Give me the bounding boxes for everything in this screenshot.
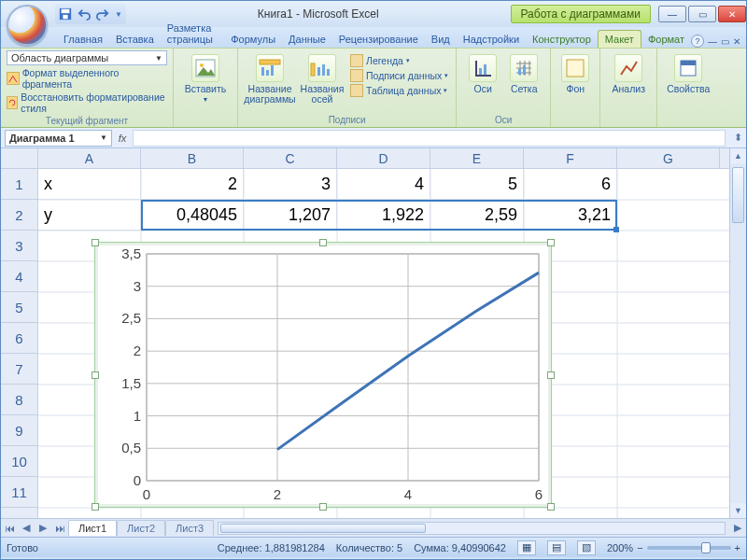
tab-format[interactable]: Формат xyxy=(641,31,691,48)
cell-B1[interactable]: 2 xyxy=(141,169,244,200)
tab-home[interactable]: Главная xyxy=(57,31,109,48)
chart-handle[interactable] xyxy=(547,239,555,246)
chart-handle[interactable] xyxy=(547,371,555,379)
chart-title-button[interactable]: Название диаграммы xyxy=(244,50,296,108)
maximize-button[interactable]: ▭ xyxy=(688,6,716,22)
cell-B2[interactable]: 0,48045 xyxy=(141,200,244,231)
scroll-down-icon[interactable]: ▼ xyxy=(730,503,746,518)
data-labels-button[interactable]: Подписи данных ▾ xyxy=(350,69,448,82)
cell-A1[interactable]: x xyxy=(38,169,141,200)
embedded-chart[interactable]: 00,511,522,533,50246 xyxy=(94,242,552,508)
scroll-right-icon[interactable]: ▶ xyxy=(729,522,746,534)
row-header-3[interactable]: 3 xyxy=(1,231,37,261)
reset-style-button[interactable]: Восстановить форматирование стиля xyxy=(7,91,167,114)
row-header-5[interactable]: 5 xyxy=(1,292,37,323)
formula-input[interactable] xyxy=(133,130,726,147)
col-header-F[interactable]: F xyxy=(524,148,617,168)
scrollbar-thumb[interactable] xyxy=(220,524,426,533)
background-button[interactable]: Фон xyxy=(557,50,594,98)
save-icon[interactable] xyxy=(59,7,72,21)
legend-button[interactable]: Легенда ▾ xyxy=(350,54,448,67)
mdi-close-button[interactable]: ✕ xyxy=(733,36,740,47)
chart-handle[interactable] xyxy=(92,239,99,246)
tab-view[interactable]: Вид xyxy=(425,31,457,48)
scroll-up-icon[interactable]: ▲ xyxy=(730,148,746,163)
cell-F1[interactable]: 6 xyxy=(524,169,617,200)
mdi-minimize-button[interactable]: — xyxy=(708,36,717,47)
chart-handle[interactable] xyxy=(319,239,327,246)
help-icon[interactable]: ? xyxy=(691,35,704,48)
vertical-scrollbar[interactable]: ▲ ▼ xyxy=(729,148,746,518)
office-button[interactable] xyxy=(7,5,48,46)
zoom-slider[interactable] xyxy=(647,546,731,550)
format-selection-button[interactable]: Формат выделенного фрагмента xyxy=(7,67,167,90)
select-all-corner[interactable] xyxy=(1,148,38,169)
view-page-break-icon[interactable]: ▧ xyxy=(577,540,596,555)
row-header-11[interactable]: 11 xyxy=(1,477,37,508)
undo-icon[interactable] xyxy=(78,7,91,21)
tab-formulas[interactable]: Формулы xyxy=(224,31,282,48)
sheet-tab-1[interactable]: Лист1 xyxy=(68,520,117,536)
tab-review[interactable]: Рецензирование xyxy=(332,31,425,48)
chart-handle[interactable] xyxy=(92,503,99,511)
tab-design[interactable]: Конструктор xyxy=(526,31,598,48)
sheet-tab-3[interactable]: Лист3 xyxy=(165,520,214,536)
sheet-nav-next-icon[interactable]: ▶ xyxy=(35,522,51,534)
gridlines-button[interactable]: Сетка xyxy=(503,50,544,98)
close-button[interactable]: ✕ xyxy=(718,6,746,22)
chart-handle[interactable] xyxy=(92,371,99,379)
view-page-layout-icon[interactable]: ▤ xyxy=(547,540,566,555)
row-header-2[interactable]: 2 xyxy=(1,200,37,231)
cell-D2[interactable]: 1,922 xyxy=(337,200,430,231)
row-header-7[interactable]: 7 xyxy=(1,354,37,385)
name-box[interactable]: Диаграмма 1 ▼ xyxy=(5,130,112,147)
cell-C2[interactable]: 1,207 xyxy=(244,200,337,231)
row-header-6[interactable]: 6 xyxy=(1,323,37,354)
fx-button[interactable]: fx xyxy=(112,133,133,144)
formula-expand-button[interactable]: ⬍ xyxy=(729,132,746,144)
tab-data[interactable]: Данные xyxy=(282,31,332,48)
row-header-4[interactable]: 4 xyxy=(1,261,37,292)
tab-page-layout[interactable]: Разметка страницы xyxy=(161,20,224,48)
row-header-8[interactable]: 8 xyxy=(1,385,37,415)
zoom-level[interactable]: 200% xyxy=(607,542,633,553)
tab-addins[interactable]: Надстройки xyxy=(457,31,526,48)
sheet-nav-prev-icon[interactable]: ◀ xyxy=(18,522,35,534)
zoom-out-button[interactable]: − xyxy=(637,542,642,553)
col-header-D[interactable]: D xyxy=(337,148,430,168)
col-header-B[interactable]: B xyxy=(141,148,244,168)
tab-insert[interactable]: Вставка xyxy=(109,31,161,48)
redo-icon[interactable] xyxy=(96,7,109,21)
zoom-in-button[interactable]: + xyxy=(735,542,740,553)
horizontal-scrollbar[interactable] xyxy=(218,522,726,535)
view-normal-icon[interactable]: ▦ xyxy=(517,540,536,555)
data-table-button[interactable]: Таблица данных ▾ xyxy=(350,84,448,97)
chart-handle[interactable] xyxy=(319,503,327,511)
cell-C1[interactable]: 3 xyxy=(244,169,337,200)
col-header-C[interactable]: C xyxy=(244,148,337,168)
mdi-restore-button[interactable]: ▭ xyxy=(721,36,729,47)
chart-element-selector[interactable]: Область диаграммы ▼ xyxy=(7,50,167,65)
row-header-9[interactable]: 9 xyxy=(1,415,37,446)
range-handle[interactable] xyxy=(613,227,619,232)
cell-F2[interactable]: 3,21 xyxy=(524,200,617,231)
chevron-down-icon[interactable]: ▼ xyxy=(115,10,122,19)
axes-button[interactable]: Оси xyxy=(462,50,503,98)
properties-button[interactable]: Свойства xyxy=(663,50,713,98)
sheet-nav-last-icon[interactable]: ⏭ xyxy=(51,523,68,534)
cell-E1[interactable]: 5 xyxy=(430,169,524,200)
col-header-E[interactable]: E xyxy=(430,148,524,168)
cell-D1[interactable]: 4 xyxy=(337,169,430,200)
cell-A2[interactable]: y xyxy=(38,200,141,231)
cell-E2[interactable]: 2,59 xyxy=(430,200,524,231)
scrollbar-thumb[interactable] xyxy=(732,167,744,223)
row-header-1[interactable]: 1 xyxy=(1,169,37,200)
col-header-A[interactable]: A xyxy=(38,148,141,168)
sheet-tab-2[interactable]: Лист2 xyxy=(117,520,165,536)
sheet-nav-first-icon[interactable]: ⏮ xyxy=(1,523,18,534)
insert-button[interactable]: Вставить ▼ xyxy=(179,50,232,106)
cells[interactable]: x 2 3 4 5 6 y 0,48045 1,207 1,922 2,59 3… xyxy=(38,169,729,518)
axis-titles-button[interactable]: Названия осей xyxy=(296,50,348,108)
row-header-10[interactable]: 10 xyxy=(1,446,37,477)
chart-handle[interactable] xyxy=(547,503,555,511)
